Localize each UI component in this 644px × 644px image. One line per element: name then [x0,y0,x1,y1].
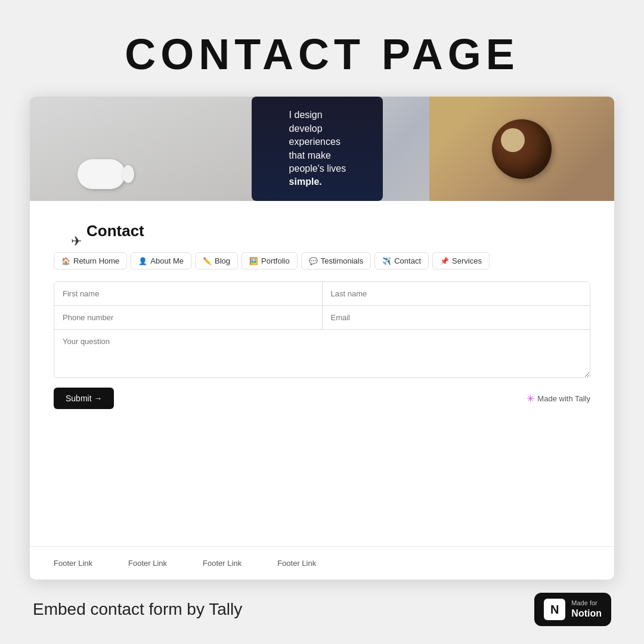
tally-badge: ✳ Made with Tally [527,393,590,404]
submit-button[interactable]: Submit → [54,388,114,409]
nav-bar: 🏠 Return Home 👤 About Me ✏️ Blog 🖼️ Port… [54,252,590,281]
form-actions: Submit → ✳ Made with Tally [54,388,590,409]
phone-decoration: I design develop experiences that make p… [252,97,383,201]
nav-label-portfolio: Portfolio [261,256,290,265]
home-icon: 🏠 [61,257,70,265]
nav-item-blog[interactable]: ✏️ Blog [195,252,238,270]
tally-label: Made with Tally [537,394,590,403]
name-row [54,282,590,306]
footer-link-1[interactable]: Footer Link [54,559,92,568]
contact-form [54,281,590,378]
nav-item-testimonials[interactable]: 💬 Testimonials [301,252,371,270]
contact-icon: ✈️ [382,257,391,265]
footer-link-4[interactable]: Footer Link [277,559,316,568]
drink-decoration [429,97,614,201]
notion-made-for-label: Made for [571,599,602,607]
question-textarea[interactable] [54,330,590,377]
nav-label-testimonials: Testimonials [321,256,364,265]
nav-label-blog: Blog [215,256,230,265]
notion-text: Made for Notion [571,599,602,620]
phone-input[interactable] [54,306,322,329]
footer-link-2[interactable]: Footer Link [128,559,167,568]
bottom-section: Embed contact form by Tally N Made for N… [30,593,614,626]
page-title: CONTACT PAGE [125,30,519,79]
nav-item-about-me[interactable]: 👤 About Me [131,252,191,270]
chat-icon: 💬 [309,257,318,265]
nav-logo: ✈ [66,231,86,252]
nav-item-return-home[interactable]: 🏠 Return Home [54,252,127,270]
footer: Footer Link Footer Link Footer Link Foot… [30,546,614,580]
last-name-input[interactable] [322,282,590,305]
question-row [54,330,590,377]
tally-star-icon: ✳ [527,393,534,404]
drink-glass [492,119,552,179]
first-name-input[interactable] [54,282,322,305]
phone-text: I design develop experiences that make p… [289,109,346,188]
notion-logo-icon: N [544,599,565,620]
page-content: ✈ Contact 🏠 Return Home 👤 About Me ✏️ Bl… [30,201,614,427]
pin-icon: 📌 [440,257,449,265]
nav-label-services: Services [452,256,482,265]
contact-row [54,306,590,330]
nav-item-contact[interactable]: ✈️ Contact [374,252,429,270]
person-icon: 👤 [138,257,147,265]
hero-image: I design develop experiences that make p… [30,97,614,201]
contact-heading: Contact [54,222,590,240]
nav-item-services[interactable]: 📌 Services [432,252,490,270]
nav-label-contact: Contact [394,256,421,265]
send-icon: ✈ [71,234,82,249]
nav-label-return-home: Return Home [73,256,119,265]
pencil-icon: ✏️ [203,257,212,265]
earbuds-decoration [78,159,125,189]
notion-badge: N Made for Notion [534,593,611,626]
nav-item-portfolio[interactable]: 🖼️ Portfolio [242,252,298,270]
email-input[interactable] [322,306,590,329]
image-icon: 🖼️ [249,257,258,265]
browser-frame: I design develop experiences that make p… [30,97,614,580]
footer-link-3[interactable]: Footer Link [203,559,242,568]
nav-label-about-me: About Me [150,256,184,265]
notion-name-label: Notion [571,608,602,620]
embed-text: Embed contact form by Tally [33,600,242,619]
laptop-area [30,97,264,201]
